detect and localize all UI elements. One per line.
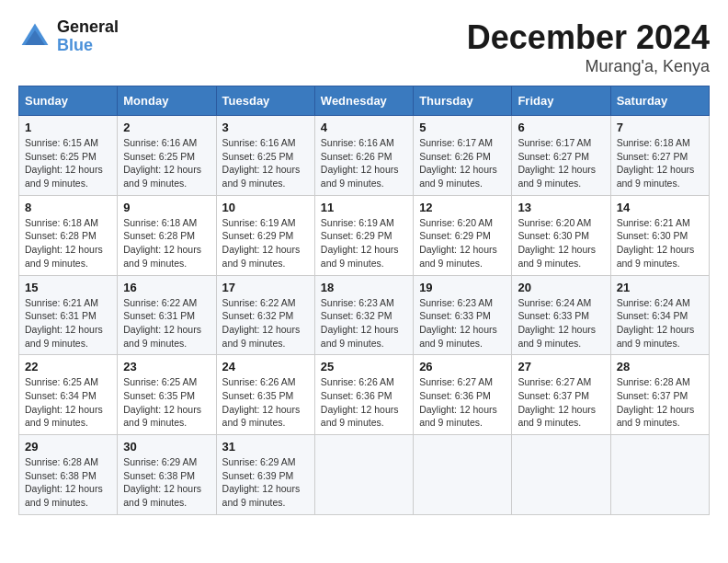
day-info: Sunrise: 6:29 AMSunset: 6:39 PMDaylight:… [222, 455, 309, 510]
calendar-week-row: 22Sunrise: 6:25 AMSunset: 6:34 PMDayligh… [19, 355, 710, 435]
calendar-cell: 19Sunrise: 6:23 AMSunset: 6:33 PMDayligh… [414, 275, 512, 355]
calendar-cell: 3Sunrise: 6:16 AMSunset: 6:25 PMDaylight… [216, 116, 314, 196]
calendar-cell: 30Sunrise: 6:29 AMSunset: 6:38 PMDayligh… [118, 435, 216, 515]
day-number: 5 [419, 121, 506, 134]
day-info: Sunrise: 6:22 AMSunset: 6:32 PMDaylight:… [222, 296, 309, 350]
calendar-week-row: 29Sunrise: 6:28 AMSunset: 6:38 PMDayligh… [19, 435, 710, 515]
calendar-cell [314, 435, 413, 515]
day-number: 11 [321, 201, 407, 214]
calendar-cell: 29Sunrise: 6:28 AMSunset: 6:38 PMDayligh… [19, 435, 118, 515]
calendar-cell: 2Sunrise: 6:16 AMSunset: 6:25 PMDaylight… [118, 116, 216, 196]
calendar-cell: 12Sunrise: 6:20 AMSunset: 6:29 PMDayligh… [414, 195, 512, 275]
calendar-cell: 25Sunrise: 6:26 AMSunset: 6:36 PMDayligh… [314, 355, 413, 435]
day-number: 13 [518, 201, 604, 214]
header-sunday: Sunday [19, 86, 118, 116]
day-number: 27 [518, 360, 604, 373]
calendar-week-row: 15Sunrise: 6:21 AMSunset: 6:31 PMDayligh… [19, 275, 710, 355]
day-number: 18 [321, 281, 407, 294]
header-monday: Monday [118, 86, 216, 116]
day-number: 1 [25, 121, 111, 134]
calendar-cell: 10Sunrise: 6:19 AMSunset: 6:29 PMDayligh… [216, 195, 314, 275]
day-info: Sunrise: 6:27 AMSunset: 6:36 PMDaylight:… [419, 375, 506, 430]
day-info: Sunrise: 6:25 AMSunset: 6:35 PMDaylight:… [123, 375, 210, 430]
day-info: Sunrise: 6:24 AMSunset: 6:34 PMDaylight:… [617, 296, 703, 350]
day-info: Sunrise: 6:18 AMSunset: 6:28 PMDaylight:… [123, 216, 210, 270]
day-info: Sunrise: 6:22 AMSunset: 6:31 PMDaylight:… [123, 296, 210, 350]
calendar-cell [610, 435, 709, 515]
calendar-cell: 15Sunrise: 6:21 AMSunset: 6:31 PMDayligh… [19, 275, 118, 355]
day-number: 7 [617, 121, 703, 134]
day-info: Sunrise: 6:18 AMSunset: 6:28 PMDaylight:… [25, 216, 111, 270]
header-tuesday: Tuesday [216, 86, 314, 116]
calendar-cell: 8Sunrise: 6:18 AMSunset: 6:28 PMDaylight… [19, 195, 118, 275]
day-number: 8 [25, 201, 111, 214]
calendar-header-row: Sunday Monday Tuesday Wednesday Thursday… [19, 86, 710, 116]
day-number: 3 [222, 121, 309, 134]
day-number: 26 [419, 360, 506, 373]
title-area: December 2024 Murang'a, Kenya [467, 18, 710, 76]
day-info: Sunrise: 6:20 AMSunset: 6:29 PMDaylight:… [419, 216, 506, 270]
calendar-cell: 22Sunrise: 6:25 AMSunset: 6:34 PMDayligh… [19, 355, 118, 435]
calendar-cell: 7Sunrise: 6:18 AMSunset: 6:27 PMDaylight… [610, 116, 709, 196]
calendar-cell [414, 435, 512, 515]
calendar-cell: 24Sunrise: 6:26 AMSunset: 6:35 PMDayligh… [216, 355, 314, 435]
calendar-cell: 18Sunrise: 6:23 AMSunset: 6:32 PMDayligh… [314, 275, 413, 355]
day-number: 24 [222, 360, 309, 373]
month-title: December 2024 [467, 18, 710, 57]
day-info: Sunrise: 6:19 AMSunset: 6:29 PMDaylight:… [321, 216, 407, 270]
day-info: Sunrise: 6:26 AMSunset: 6:35 PMDaylight:… [222, 375, 309, 430]
logo-text: GeneralBlue [57, 18, 119, 55]
calendar-cell: 13Sunrise: 6:20 AMSunset: 6:30 PMDayligh… [512, 195, 610, 275]
header-wednesday: Wednesday [314, 86, 413, 116]
calendar-cell: 9Sunrise: 6:18 AMSunset: 6:28 PMDaylight… [118, 195, 216, 275]
day-number: 21 [617, 281, 703, 294]
calendar-cell: 6Sunrise: 6:17 AMSunset: 6:27 PMDaylight… [512, 116, 610, 196]
day-number: 12 [419, 201, 506, 214]
day-info: Sunrise: 6:23 AMSunset: 6:33 PMDaylight:… [419, 296, 506, 350]
day-number: 22 [25, 360, 111, 373]
day-info: Sunrise: 6:17 AMSunset: 6:27 PMDaylight:… [518, 136, 604, 190]
day-number: 14 [617, 201, 703, 214]
calendar-week-row: 1Sunrise: 6:15 AMSunset: 6:25 PMDaylight… [19, 116, 710, 196]
header-thursday: Thursday [414, 86, 512, 116]
calendar-cell: 26Sunrise: 6:27 AMSunset: 6:36 PMDayligh… [414, 355, 512, 435]
calendar-cell: 23Sunrise: 6:25 AMSunset: 6:35 PMDayligh… [118, 355, 216, 435]
day-info: Sunrise: 6:28 AMSunset: 6:38 PMDaylight:… [25, 455, 111, 510]
calendar-cell: 16Sunrise: 6:22 AMSunset: 6:31 PMDayligh… [118, 275, 216, 355]
day-number: 10 [222, 201, 309, 214]
day-number: 6 [518, 121, 604, 134]
day-number: 15 [25, 281, 111, 294]
logo: GeneralBlue [18, 18, 119, 55]
header-saturday: Saturday [610, 86, 709, 116]
day-number: 4 [321, 121, 407, 134]
calendar-week-row: 8Sunrise: 6:18 AMSunset: 6:28 PMDaylight… [19, 195, 710, 275]
day-number: 31 [222, 440, 309, 454]
day-info: Sunrise: 6:26 AMSunset: 6:36 PMDaylight:… [321, 375, 407, 430]
location-title: Murang'a, Kenya [467, 57, 710, 76]
day-info: Sunrise: 6:18 AMSunset: 6:27 PMDaylight:… [617, 136, 703, 190]
calendar-cell: 31Sunrise: 6:29 AMSunset: 6:39 PMDayligh… [216, 435, 314, 515]
page-header: GeneralBlue December 2024 Murang'a, Keny… [18, 18, 710, 76]
day-info: Sunrise: 6:28 AMSunset: 6:37 PMDaylight:… [617, 375, 703, 430]
calendar-cell: 27Sunrise: 6:27 AMSunset: 6:37 PMDayligh… [512, 355, 610, 435]
calendar-cell: 17Sunrise: 6:22 AMSunset: 6:32 PMDayligh… [216, 275, 314, 355]
day-number: 28 [617, 360, 703, 373]
day-info: Sunrise: 6:21 AMSunset: 6:30 PMDaylight:… [617, 216, 703, 270]
logo-icon [18, 20, 51, 53]
header-friday: Friday [512, 86, 610, 116]
day-info: Sunrise: 6:23 AMSunset: 6:32 PMDaylight:… [321, 296, 407, 350]
day-number: 16 [123, 281, 210, 294]
day-number: 29 [25, 440, 111, 454]
day-number: 19 [419, 281, 506, 294]
day-info: Sunrise: 6:29 AMSunset: 6:38 PMDaylight:… [123, 455, 210, 510]
day-info: Sunrise: 6:15 AMSunset: 6:25 PMDaylight:… [25, 136, 111, 190]
day-info: Sunrise: 6:16 AMSunset: 6:25 PMDaylight:… [123, 136, 210, 190]
calendar-cell: 14Sunrise: 6:21 AMSunset: 6:30 PMDayligh… [610, 195, 709, 275]
day-number: 2 [123, 121, 210, 134]
day-number: 17 [222, 281, 309, 294]
calendar-cell: 1Sunrise: 6:15 AMSunset: 6:25 PMDaylight… [19, 116, 118, 196]
day-info: Sunrise: 6:16 AMSunset: 6:25 PMDaylight:… [222, 136, 309, 190]
calendar-cell: 11Sunrise: 6:19 AMSunset: 6:29 PMDayligh… [314, 195, 413, 275]
day-info: Sunrise: 6:20 AMSunset: 6:30 PMDaylight:… [518, 216, 604, 270]
day-info: Sunrise: 6:25 AMSunset: 6:34 PMDaylight:… [25, 375, 111, 430]
